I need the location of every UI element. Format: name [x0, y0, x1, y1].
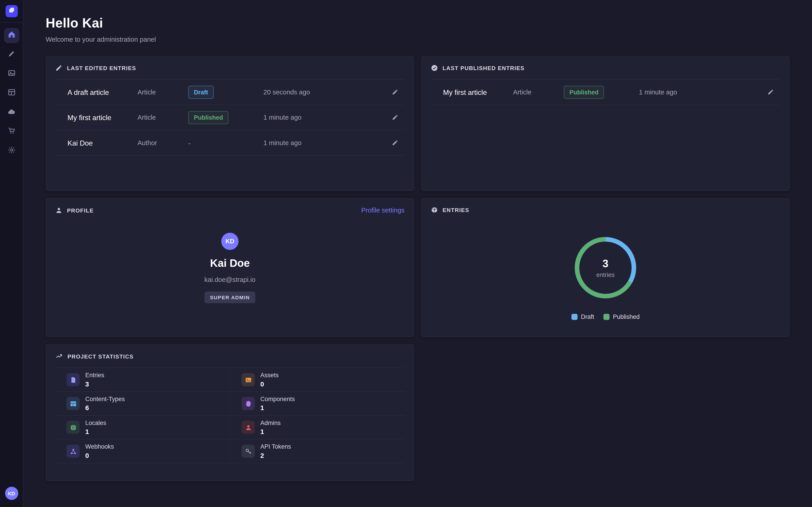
dashboard-grid: LAST EDITED ENTRIES A draft article Arti… — [46, 56, 790, 481]
strapi-logo[interactable] — [5, 5, 17, 17]
card-title: ENTRIES — [443, 207, 469, 213]
entry-type: Article — [138, 88, 188, 96]
cart-icon — [7, 127, 15, 137]
stat-locales: Locales 1 — [55, 416, 230, 440]
home-icon — [7, 31, 15, 41]
stat-value: 2 — [260, 452, 291, 459]
entries-donut-wrap: 3 entries — [572, 234, 639, 301]
donut-label: entries — [596, 271, 615, 278]
stat-label: API Tokens — [260, 443, 291, 450]
page-subtitle: Welcome to your administration panel — [46, 36, 790, 43]
role-badge: SUPER ADMIN — [204, 292, 255, 303]
stat-entries: Entries 3 — [55, 368, 230, 392]
entry-time: 1 minute ago — [263, 114, 389, 121]
profile-settings-link[interactable]: Profile settings — [361, 207, 404, 214]
sidebar-item-cloud[interactable] — [4, 105, 19, 120]
strapi-logo-icon — [8, 6, 15, 16]
table-row[interactable]: My first article Article Published 1 min… — [55, 105, 404, 130]
pencil-icon — [55, 64, 62, 72]
legend-item-published: Published — [603, 314, 640, 321]
card-title: PROFILE — [67, 207, 94, 213]
table-row[interactable]: My first article Article Published 1 min… — [431, 79, 780, 105]
check-circle-icon — [431, 64, 438, 72]
entry-time: 1 minute ago — [639, 88, 764, 96]
stat-value: 1 — [260, 404, 295, 412]
stat-label: Assets — [260, 372, 278, 379]
stat-value: 1 — [85, 428, 106, 436]
profile-body: KD Kai Doe kai.doe@strapi.io SUPER ADMIN — [46, 233, 414, 303]
draft-swatch — [571, 314, 577, 320]
entry-type: Author — [138, 139, 188, 147]
sidebar-item-settings[interactable] — [4, 144, 19, 159]
table-row[interactable]: Kai Doe Author - 1 minute ago — [55, 130, 404, 156]
profile-email: kai.doe@strapi.io — [204, 276, 255, 283]
legend-label: Draft — [581, 314, 594, 321]
published-swatch — [603, 314, 609, 320]
cloud-icon — [7, 107, 16, 118]
entry-type: Article — [138, 114, 188, 121]
entries-card: ENTRIES 3 entries Draft — [421, 198, 790, 337]
entry-name: My first article — [443, 88, 513, 96]
page-title: Hello Kai — [46, 15, 790, 31]
key-icon — [242, 445, 255, 458]
entry-name: My first article — [67, 113, 138, 121]
puzzle-icon — [242, 397, 255, 410]
table-row[interactable]: A draft article Article Draft 20 seconds… — [55, 79, 404, 105]
donut-center: 3 entries — [572, 234, 639, 301]
last-edited-card: LAST EDITED ENTRIES A draft article Arti… — [46, 56, 414, 191]
profile-card: PROFILE Profile settings KD Kai Doe kai.… — [46, 198, 414, 337]
stat-components: Components 1 — [230, 392, 404, 416]
stat-admins: Admins 1 — [230, 416, 404, 440]
sidebar-footer: KD — [5, 487, 18, 502]
card-title: PROJECT STATISTICS — [67, 353, 134, 359]
sidebar-item-content-type-builder[interactable] — [4, 86, 19, 101]
stat-value: 3 — [85, 380, 104, 388]
edit-icon[interactable] — [388, 114, 402, 121]
stat-label: Components — [260, 395, 295, 403]
entry-type: Article — [513, 88, 564, 96]
document-icon — [66, 373, 80, 386]
edit-icon[interactable] — [388, 89, 402, 95]
card-title: LAST EDITED ENTRIES — [67, 65, 136, 71]
sidebar-item-home[interactable] — [4, 28, 19, 43]
project-statistics-card: PROJECT STATISTICS Entries 3 — [46, 344, 414, 481]
last-published-table: My first article Article Published 1 min… — [431, 79, 780, 105]
webhook-icon — [66, 445, 80, 458]
user-avatar[interactable]: KD — [5, 487, 18, 500]
layout-icon — [66, 397, 80, 410]
sidebar-item-marketplace[interactable] — [4, 124, 19, 139]
sidebar-divider — [0, 22, 23, 23]
entry-name: Kai Doe — [67, 138, 138, 147]
edit-icon[interactable] — [388, 139, 402, 146]
entry-time: 1 minute ago — [263, 139, 389, 147]
sidebar-nav — [4, 28, 19, 159]
stat-webhooks: Webhooks 0 — [55, 440, 230, 463]
donut-value: 3 — [603, 257, 608, 270]
stat-assets: Assets 0 — [230, 368, 404, 392]
stat-label: Content-Types — [85, 395, 125, 403]
last-edited-table: A draft article Article Draft 20 seconds… — [55, 79, 404, 156]
profile-name: Kai Doe — [210, 257, 250, 269]
profile-header: PROFILE Profile settings — [46, 199, 414, 222]
person-icon — [242, 421, 255, 434]
card-title: LAST PUBLISHED ENTRIES — [443, 65, 524, 71]
sidebar-item-content-manager[interactable] — [4, 47, 19, 62]
entry-name: A draft article — [67, 88, 138, 96]
sidebar: KD — [0, 0, 23, 507]
cube-icon — [431, 207, 438, 214]
sidebar-item-media-library[interactable] — [4, 66, 19, 82]
stat-value: 6 — [85, 404, 125, 412]
entry-time: 20 seconds ago — [263, 88, 389, 96]
status-badge: Published — [188, 111, 229, 124]
page-header: Hello Kai Welcome to your administration… — [46, 15, 790, 43]
last-published-card: LAST PUBLISHED ENTRIES My first article … — [421, 56, 790, 191]
last-published-header: LAST PUBLISHED ENTRIES — [422, 57, 789, 79]
legend-label: Published — [613, 314, 640, 321]
status-badge: Published — [564, 86, 604, 99]
edit-icon[interactable] — [764, 89, 777, 95]
stat-value: 1 — [260, 428, 281, 436]
status-badge: - — [188, 139, 191, 147]
layout-icon — [7, 88, 15, 99]
chart-legend: Draft Published — [422, 314, 789, 321]
person-icon — [55, 207, 62, 214]
